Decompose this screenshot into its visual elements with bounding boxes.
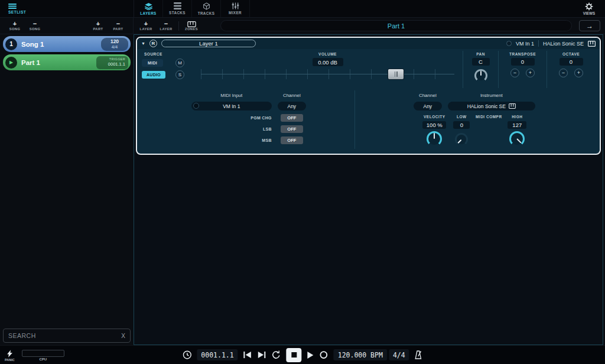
inst-channel-select[interactable]: Any xyxy=(414,102,442,110)
add-layer-button[interactable]: + LAYER xyxy=(138,21,154,31)
tab-layers[interactable]: LAYERS xyxy=(134,0,163,17)
midi-input-value: VM In 1 xyxy=(223,103,240,109)
remove-song-button[interactable]: − SONG xyxy=(27,21,43,31)
skip-forward-button[interactable] xyxy=(258,351,266,359)
gear-icon xyxy=(585,2,593,11)
pan-section: PAN C xyxy=(463,51,498,88)
play-button[interactable] xyxy=(307,351,314,359)
tempo-display[interactable]: 120.000 BPM xyxy=(334,349,387,360)
next-part-button[interactable]: → xyxy=(579,20,600,31)
zones-button[interactable]: ZONES xyxy=(184,21,199,31)
tab-tracks[interactable]: TRACKS xyxy=(192,0,221,17)
octave-decrement-button[interactable]: − xyxy=(559,69,568,77)
midi-channel-select[interactable]: Any xyxy=(278,102,306,110)
plus-icon: + xyxy=(144,21,148,27)
pgm-chg-label: PGM CHG xyxy=(251,116,272,120)
midi-input-label: MIDI Input xyxy=(220,93,242,98)
pan-value[interactable]: C xyxy=(472,58,490,66)
cpu-meter-bar xyxy=(22,350,64,357)
plus-icon: + xyxy=(13,21,17,27)
velocity-label: VELOCITY xyxy=(424,115,445,119)
instrument-select[interactable]: HALion Sonic SE xyxy=(448,102,535,110)
panic-button[interactable]: PANIC xyxy=(5,349,15,362)
cycle-button[interactable] xyxy=(272,350,281,359)
song-name: Song 1 xyxy=(21,41,101,48)
divider xyxy=(178,21,179,31)
song-part-tools: + SONG − SONG + PART − PART xyxy=(0,18,134,34)
views-button[interactable]: VIEWS xyxy=(573,0,605,17)
collapse-icon[interactable]: ▼ xyxy=(141,41,145,46)
tracks-icon xyxy=(203,2,210,10)
pgm-chg-toggle[interactable]: OFF xyxy=(281,114,303,122)
add-song-button[interactable]: + SONG xyxy=(7,21,22,31)
volume-label: VOLUME xyxy=(318,52,337,56)
part-play-icon[interactable]: ▶ xyxy=(5,57,17,69)
tab-mixer[interactable]: MIXER xyxy=(221,0,250,17)
song-item[interactable]: 1 Song 1 120 4/4 xyxy=(3,36,131,52)
layers-view: ▼ R Layer 1 VM In 1 HALion Sonic SE SOUR… xyxy=(134,34,603,345)
midi-input-select[interactable]: VM In 1 xyxy=(191,102,272,110)
search-clear-button[interactable]: X xyxy=(121,333,125,339)
position-display[interactable]: 0001.1.1 xyxy=(197,349,238,360)
stop-button[interactable] xyxy=(287,348,302,362)
tab-label: TRACKS xyxy=(198,11,215,15)
tab-stacks[interactable]: STACKS xyxy=(163,0,192,17)
input-knob-icon xyxy=(193,103,199,109)
tab-label: LAYERS xyxy=(140,11,156,15)
midi-source-button[interactable]: MIDI xyxy=(142,59,163,67)
setlist-section[interactable]: SETLIST xyxy=(0,0,134,17)
midi-channel-label: Channel xyxy=(283,93,301,98)
metronome-button[interactable] xyxy=(415,350,422,359)
layer-panel[interactable]: ▼ R Layer 1 VM In 1 HALion Sonic SE SOUR… xyxy=(136,37,601,155)
volume-slider[interactable] xyxy=(201,69,454,79)
layer-tools: + LAYER − LAYER ZONES Part 1 → xyxy=(134,18,605,34)
msb-toggle[interactable]: OFF xyxy=(281,136,303,144)
mute-button[interactable]: M xyxy=(175,58,184,67)
velocity-knob[interactable] xyxy=(427,131,442,147)
volume-value[interactable]: 0.00 dB xyxy=(313,58,343,66)
piano-icon[interactable] xyxy=(588,41,596,47)
stacks-icon xyxy=(174,2,181,9)
zones-icon xyxy=(187,21,196,27)
trigger-label: TRIGGER xyxy=(109,58,125,61)
solo-button[interactable]: S xyxy=(175,70,184,79)
high-value[interactable]: 127 xyxy=(508,121,526,129)
low-knob[interactable] xyxy=(455,133,468,146)
song-tempo: 120 xyxy=(110,39,119,44)
add-song-label: SONG xyxy=(9,27,21,31)
add-part-button[interactable]: + PART xyxy=(90,21,106,31)
audio-source-button[interactable]: AUDIO xyxy=(142,71,165,79)
low-value[interactable]: 0 xyxy=(453,121,470,129)
current-part-display[interactable]: Part 1 xyxy=(220,20,572,31)
header-midi-input[interactable]: VM In 1 xyxy=(516,41,534,47)
record-ready-button[interactable]: R xyxy=(149,40,157,47)
top-bar: SETLIST LAYERS STACKS TRACKS MIXER VIEWS xyxy=(0,0,605,18)
octave-increment-button[interactable]: + xyxy=(574,69,583,77)
search-input[interactable] xyxy=(8,332,121,339)
remove-layer-button[interactable]: − LAYER xyxy=(158,21,174,31)
transpose-value[interactable]: 0 xyxy=(511,58,535,66)
transpose-increment-button[interactable]: + xyxy=(526,69,535,77)
layer-name[interactable]: Layer 1 xyxy=(161,40,256,47)
lsb-toggle[interactable]: OFF xyxy=(281,125,303,133)
header-instrument[interactable]: HALion Sonic SE xyxy=(543,41,584,47)
transport-bar: PANIC CPU 0001.1.1 120.000 BPM 4/4 xyxy=(0,345,605,364)
song-number-badge: 1 xyxy=(5,38,17,50)
timesig-display[interactable]: 4/4 xyxy=(389,349,409,360)
stop-icon xyxy=(291,352,297,358)
skip-back-button[interactable] xyxy=(243,351,252,359)
velocity-value[interactable]: 100 % xyxy=(422,121,446,129)
octave-section: OCTAVE 0 − + xyxy=(547,51,595,88)
pan-knob[interactable] xyxy=(474,69,487,82)
minus-icon: − xyxy=(164,21,168,27)
high-knob[interactable] xyxy=(509,131,525,147)
remove-part-button[interactable]: − PART xyxy=(110,21,126,31)
record-button[interactable] xyxy=(320,350,328,359)
octave-value[interactable]: 0 xyxy=(560,58,583,66)
volume-slider-handle[interactable] xyxy=(388,69,404,79)
add-part-label: PART xyxy=(93,27,103,31)
instrument-value: HALion Sonic SE xyxy=(467,103,506,109)
transpose-decrement-button[interactable]: − xyxy=(510,69,519,77)
vst-live-app: SETLIST LAYERS STACKS TRACKS MIXER VIEWS xyxy=(0,0,605,364)
part-item[interactable]: ▶ Part 1 TRIGGER 0001.1.1 xyxy=(3,54,131,70)
